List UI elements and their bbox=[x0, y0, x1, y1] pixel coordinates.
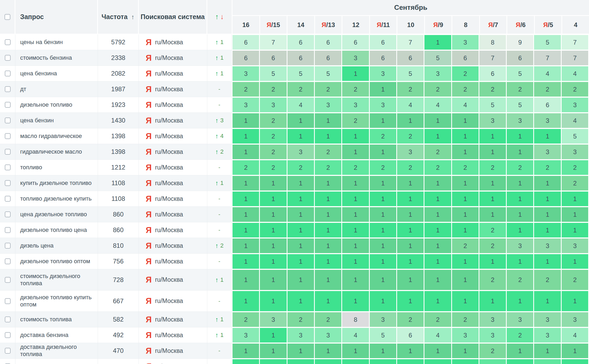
position-cell[interactable]: 2 bbox=[315, 160, 341, 175]
position-cell[interactable]: 3 bbox=[479, 328, 506, 343]
query-cell[interactable]: цена бензина bbox=[15, 66, 98, 81]
position-cell[interactable]: 7 bbox=[534, 51, 561, 65]
position-cell[interactable]: 1 bbox=[534, 223, 561, 237]
query-cell[interactable]: цена бензин bbox=[15, 113, 98, 128]
position-cell[interactable]: 1 bbox=[287, 291, 314, 311]
position-cell[interactable]: 2 bbox=[397, 160, 424, 175]
position-cell[interactable]: 2 bbox=[562, 270, 588, 290]
position-cell[interactable]: 2 bbox=[342, 160, 369, 175]
position-cell[interactable]: 1 bbox=[315, 291, 341, 311]
position-cell[interactable]: 3 bbox=[479, 113, 506, 128]
position-cell[interactable]: 6 bbox=[534, 98, 561, 112]
position-cell[interactable]: 1 bbox=[507, 254, 533, 269]
position-cell[interactable]: 1 bbox=[562, 344, 588, 358]
position-cell[interactable]: 1 bbox=[452, 270, 479, 290]
position-cell[interactable]: 1 bbox=[233, 145, 259, 159]
position-cell[interactable]: 1 bbox=[260, 192, 286, 206]
position-cell[interactable]: 3 bbox=[452, 328, 479, 343]
position-cell[interactable]: 1 bbox=[370, 176, 396, 190]
position-cell[interactable]: 6 bbox=[507, 51, 533, 65]
row-checkbox[interactable] bbox=[5, 243, 11, 249]
position-cell[interactable]: 1 bbox=[479, 145, 506, 159]
position-cell[interactable]: 1 bbox=[233, 291, 259, 311]
position-cell[interactable]: 1 bbox=[370, 113, 396, 128]
position-cell[interactable]: 1 bbox=[233, 176, 259, 190]
query-cell[interactable]: доставка бензина bbox=[15, 327, 98, 343]
row-checkbox[interactable] bbox=[5, 133, 11, 139]
position-cell[interactable]: 1 bbox=[315, 239, 341, 253]
position-cell[interactable]: 3 bbox=[562, 239, 588, 253]
row-checkbox[interactable] bbox=[5, 102, 11, 108]
position-cell[interactable]: 6 bbox=[479, 66, 506, 81]
position-cell[interactable]: 5 bbox=[370, 328, 396, 343]
position-cell[interactable]: 2 bbox=[534, 82, 561, 97]
query-cell[interactable]: дизельное топливо bbox=[15, 97, 98, 113]
position-cell[interactable]: 1 bbox=[534, 344, 561, 358]
position-cell[interactable]: 1 bbox=[424, 239, 451, 253]
position-cell[interactable]: 1 bbox=[370, 223, 396, 237]
position-cell[interactable]: 1 bbox=[534, 176, 561, 190]
row-checkbox[interactable] bbox=[5, 71, 11, 76]
position-cell[interactable]: 1 bbox=[260, 328, 286, 343]
position-cell[interactable]: 2 bbox=[233, 82, 259, 97]
position-cell[interactable]: 1 bbox=[479, 192, 506, 206]
position-cell[interactable]: 2 bbox=[424, 160, 451, 175]
position-cell[interactable]: 1 bbox=[370, 239, 396, 253]
position-cell[interactable]: 1 bbox=[370, 270, 396, 290]
position-cell[interactable]: 1 bbox=[452, 344, 479, 358]
position-cell[interactable]: 1 bbox=[534, 207, 561, 222]
position-cell[interactable]: 1 bbox=[507, 207, 533, 222]
position-cell[interactable]: 2 bbox=[370, 160, 396, 175]
date-header-cell[interactable]: Я/11 bbox=[370, 16, 397, 34]
position-cell[interactable]: 2 bbox=[452, 160, 479, 175]
query-cell[interactable]: стоимость дизельного топлива bbox=[15, 269, 98, 291]
position-cell[interactable]: 1 bbox=[370, 254, 396, 269]
select-all-checkbox[interactable] bbox=[5, 14, 10, 20]
position-cell[interactable]: 2 bbox=[397, 129, 424, 144]
position-cell[interactable]: 1 bbox=[342, 66, 369, 81]
position-cell[interactable]: 1 bbox=[562, 207, 588, 222]
position-cell[interactable]: 1 bbox=[315, 207, 341, 222]
position-cell[interactable]: 1 bbox=[452, 359, 479, 364]
position-cell[interactable]: 1 bbox=[507, 192, 533, 206]
position-cell[interactable]: 1 bbox=[287, 223, 314, 237]
position-cell[interactable]: 1 bbox=[233, 192, 259, 206]
row-checkbox[interactable] bbox=[5, 298, 11, 304]
position-cell[interactable]: 1 bbox=[452, 223, 479, 237]
position-cell[interactable]: 1 bbox=[342, 239, 369, 253]
position-cell[interactable]: 6 bbox=[315, 35, 341, 50]
date-header-cell[interactable]: Я/13 bbox=[315, 16, 342, 34]
row-checkbox[interactable] bbox=[5, 180, 11, 186]
row-checkbox[interactable] bbox=[5, 227, 11, 233]
position-cell[interactable]: 1 bbox=[342, 359, 369, 364]
position-cell[interactable]: 2 bbox=[260, 129, 286, 144]
position-cell[interactable]: 2 bbox=[370, 129, 396, 144]
position-cell[interactable]: 6 bbox=[233, 35, 259, 50]
position-cell[interactable]: 1 bbox=[424, 291, 451, 311]
position-cell[interactable]: 2 bbox=[342, 82, 369, 97]
position-cell[interactable]: 1 bbox=[452, 192, 479, 206]
query-cell[interactable]: дизельное топливо цена bbox=[15, 222, 98, 238]
position-cell[interactable]: 1 bbox=[534, 192, 561, 206]
query-cell[interactable]: топливо bbox=[15, 160, 98, 175]
position-cell[interactable]: 1 bbox=[315, 254, 341, 269]
query-column-header[interactable]: Запрос bbox=[15, 0, 98, 34]
position-cell[interactable]: 1 bbox=[287, 129, 314, 144]
position-cell[interactable]: 4 bbox=[287, 98, 314, 112]
position-cell[interactable]: 1 bbox=[424, 254, 451, 269]
position-cell[interactable]: 1 bbox=[315, 359, 341, 364]
position-cell[interactable]: 2 bbox=[315, 312, 341, 327]
query-cell[interactable]: стоимость бензина bbox=[15, 50, 98, 66]
position-cell[interactable]: 2 bbox=[479, 82, 506, 97]
position-cell[interactable]: 5 bbox=[287, 66, 314, 81]
position-cell[interactable]: 1 bbox=[315, 270, 341, 290]
position-cell[interactable]: 1 bbox=[452, 129, 479, 144]
position-cell[interactable]: 1 bbox=[479, 176, 506, 190]
position-cell[interactable]: 1 bbox=[260, 344, 286, 358]
position-cell[interactable]: 3 bbox=[507, 239, 533, 253]
position-cell[interactable]: 2 bbox=[287, 160, 314, 175]
position-cell[interactable]: 1 bbox=[370, 344, 396, 358]
date-header-cell[interactable]: Я/5 bbox=[535, 16, 562, 34]
position-cell[interactable]: 2 bbox=[424, 312, 451, 327]
position-cell[interactable]: 1 bbox=[233, 129, 259, 144]
